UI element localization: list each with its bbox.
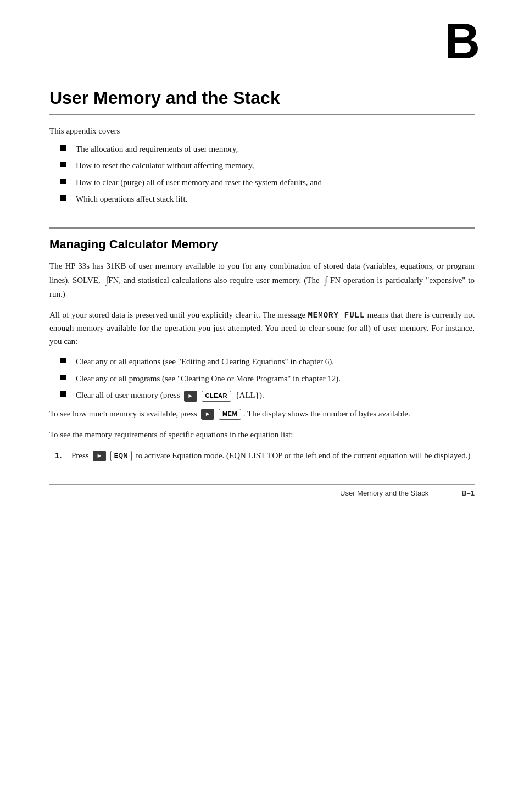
bullet-icon	[60, 391, 66, 397]
list-item: How to reset the calculator without affe…	[60, 159, 475, 172]
chapter-title: User Memory and the Stack	[49, 88, 475, 115]
list-item: Which operations affect stack lift.	[60, 193, 475, 205]
lst-key2: ►	[201, 409, 214, 420]
numbered-item-1: 1. Press ► EQN to activate Equation mode…	[55, 449, 475, 462]
mem-key: MEM	[219, 409, 241, 420]
page: B User Memory and the Stack This appendi…	[0, 0, 524, 514]
integral-symbol: ∫	[105, 275, 108, 285]
bullet-text: Clear all of user memory (press ► CLEAR …	[76, 389, 264, 402]
bullet-icon	[60, 145, 66, 151]
intro-lead: This appendix covers	[49, 125, 475, 137]
bullet-text: How to clear (purge) all of user memory …	[76, 176, 322, 189]
list-item: Clear all of user memory (press ► CLEAR …	[60, 389, 475, 402]
clear-key: CLEAR	[202, 391, 231, 402]
section1-para1: The HP 33s has 31KB of user memory avail…	[49, 259, 475, 301]
chapter-letter: B	[444, 16, 480, 66]
numbered-text: Press ► EQN to activate Equation mode. (…	[71, 449, 470, 462]
section1-title: Managing Calculator Memory	[49, 237, 475, 252]
intro-bullet-list: The allocation and requirements of user …	[60, 143, 475, 205]
eqn-key: EQN	[110, 451, 132, 461]
footer-left-text: User Memory and the Stack	[340, 489, 428, 497]
list-item: Clear any or all programs (see "Clearing…	[60, 372, 475, 385]
lst-key: ►	[184, 391, 197, 402]
section1-para2: All of your stored data is preserved unt…	[49, 308, 475, 348]
bullet-icon	[60, 195, 66, 201]
numbered-list: 1. Press ► EQN to activate Equation mode…	[55, 449, 475, 462]
section-divider	[49, 227, 475, 229]
bullet-text: Clear any or all programs (see "Clearing…	[76, 372, 341, 385]
bullet-text: Which operations affect stack lift.	[76, 193, 187, 205]
memory-full-text: MEMORY FULL	[308, 311, 365, 320]
bullet-text: Clear any or all equations (see "Editing…	[76, 355, 334, 368]
eqn-list-para: To see the memory requirements of specif…	[49, 428, 475, 441]
bullet-icon	[60, 375, 66, 380]
bullet-icon	[60, 358, 66, 363]
bullet-icon	[60, 162, 66, 167]
numbered-label: 1.	[55, 449, 71, 462]
right-arrow-key: ►	[93, 451, 106, 461]
page-footer: User Memory and the Stack B–1	[49, 484, 475, 497]
bullet-text: The allocation and requirements of user …	[76, 143, 238, 155]
bullet-icon	[60, 179, 66, 184]
list-item: The allocation and requirements of user …	[60, 143, 475, 155]
footer-page-number: B–1	[461, 489, 475, 497]
clear-bullet-list: Clear any or all equations (see "Editing…	[60, 355, 475, 402]
list-item: How to clear (purge) all of user memory …	[60, 176, 475, 189]
mem-available-para: To see how much memory is available, pre…	[49, 407, 475, 420]
integral-symbol2: ∫	[325, 275, 327, 285]
list-item: Clear any or all equations (see "Editing…	[60, 355, 475, 368]
bullet-text: How to reset the calculator without affe…	[76, 159, 254, 172]
